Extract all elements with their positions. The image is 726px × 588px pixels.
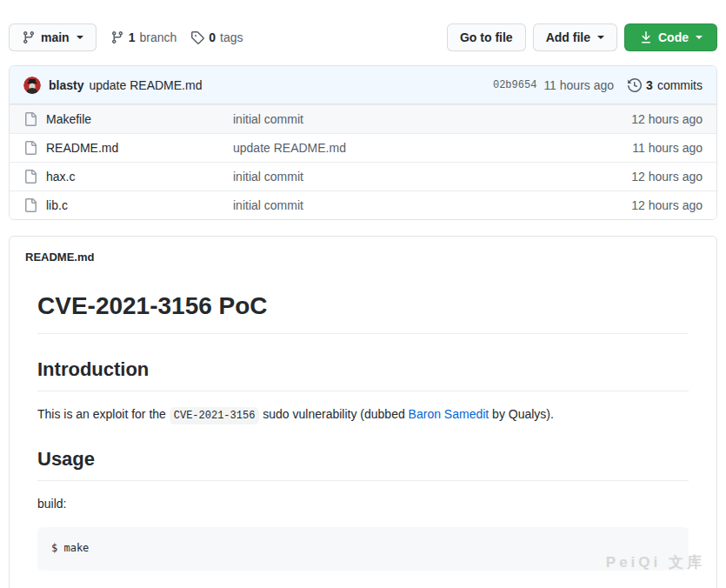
commit-message-link[interactable]: update README.md <box>89 78 202 92</box>
file-commit-time: 12 hours ago <box>631 112 703 126</box>
intro-text: This is an exploit for the <box>37 407 170 421</box>
current-branch-label: main <box>41 30 70 44</box>
readme-container: README.md CVE-2021-3156 PoC Introduction… <box>9 236 717 588</box>
file-commit-message-link[interactable]: initial commit <box>233 170 631 184</box>
commit-meta: 02b9654 11 hours ago 3 commits <box>493 78 703 92</box>
branches-count: 1 <box>129 30 136 44</box>
readme-article: CVE-2021-3156 PoC Introduction This is a… <box>10 269 716 588</box>
code-button-label: Code <box>658 30 689 44</box>
avatar-image <box>23 77 41 94</box>
branch-controls: main 1 branch 0 tags <box>9 23 243 51</box>
baron-samedit-link[interactable]: Baron Samedit <box>409 407 490 421</box>
repo-actions: Go to file Add file Code <box>447 23 717 51</box>
code-button[interactable]: Code <box>624 23 717 51</box>
usage-heading: Usage <box>37 444 689 481</box>
chevron-down-icon <box>696 36 703 39</box>
history-clock-icon <box>628 78 642 92</box>
branches-label: branch <box>139 30 177 44</box>
file-commit-message-link[interactable]: update README.md <box>233 141 632 155</box>
branches-link[interactable]: 1 branch <box>110 30 177 44</box>
file-commit-time: 12 hours ago <box>631 170 703 184</box>
inline-code-cve: CVE-2021-3156 <box>170 407 260 424</box>
table-row[interactable]: Makefile initial commit 12 hours ago <box>10 104 716 133</box>
commit-author-link[interactable]: blasty <box>49 78 83 92</box>
introduction-heading: Introduction <box>37 355 689 391</box>
file-icon <box>23 141 37 155</box>
add-file-button[interactable]: Add file <box>533 23 617 51</box>
commit-history-link[interactable]: 3 commits <box>628 78 703 92</box>
table-row[interactable]: hax.c initial commit 12 hours ago <box>10 162 716 190</box>
chevron-down-icon <box>597 36 604 39</box>
readme-title: CVE-2021-3156 PoC <box>37 288 689 334</box>
commits-count: 3 <box>646 78 653 92</box>
file-navigation: blasty update README.md 02b9654 11 hours… <box>9 65 717 220</box>
intro-text: sudo vulnerability (dubbed <box>259 407 408 421</box>
introduction-paragraph: This is an exploit for the CVE-2021-3156… <box>37 405 689 424</box>
intro-text: by Qualys). <box>489 407 554 421</box>
tag-icon <box>190 30 204 44</box>
file-name-link[interactable]: lib.c <box>46 198 233 212</box>
git-branch-icon <box>22 30 36 44</box>
go-to-file-button[interactable]: Go to file <box>447 23 526 51</box>
add-file-label: Add file <box>546 30 590 44</box>
commit-time: 11 hours ago <box>543 78 614 92</box>
latest-commit-bar: blasty update README.md 02b9654 11 hours… <box>10 66 716 104</box>
file-commit-message-link[interactable]: initial commit <box>233 112 631 126</box>
file-commit-time: 11 hours ago <box>632 141 703 155</box>
chevron-down-icon <box>77 36 83 39</box>
download-icon <box>639 30 653 44</box>
build-code: $ make <box>51 542 89 554</box>
list-targets-label: list targets: <box>37 585 689 588</box>
table-row[interactable]: lib.c initial commit 12 hours ago <box>10 190 716 219</box>
commit-sha-link[interactable]: 02b9654 <box>493 79 536 91</box>
tags-link[interactable]: 0 tags <box>190 30 243 44</box>
commits-label: commits <box>657 78 703 92</box>
branch-selector-button[interactable]: main <box>9 23 97 51</box>
file-name-link[interactable]: hax.c <box>46 170 233 184</box>
repo-page: main 1 branch 0 tags Go to file Add file <box>0 0 726 588</box>
file-name-link[interactable]: README.md <box>46 141 233 155</box>
avatar[interactable] <box>23 77 41 94</box>
file-icon <box>23 112 37 126</box>
tags-label: tags <box>220 30 243 44</box>
tags-count: 0 <box>209 30 216 44</box>
file-icon <box>23 170 37 184</box>
repo-toolbar: main 1 branch 0 tags Go to file Add file <box>9 23 717 51</box>
file-commit-time: 12 hours ago <box>631 198 703 212</box>
file-name-link[interactable]: Makefile <box>46 112 233 126</box>
table-row[interactable]: README.md update README.md 11 hours ago <box>10 133 716 162</box>
readme-header: README.md <box>10 237 716 269</box>
readme-header-label: README.md <box>25 251 94 264</box>
file-commit-message-link[interactable]: initial commit <box>233 198 631 212</box>
go-to-file-label: Go to file <box>460 30 513 44</box>
build-label: build: <box>37 495 689 513</box>
build-code-block: $ make <box>37 527 689 571</box>
file-icon <box>23 198 37 212</box>
git-branch-icon <box>110 30 124 44</box>
